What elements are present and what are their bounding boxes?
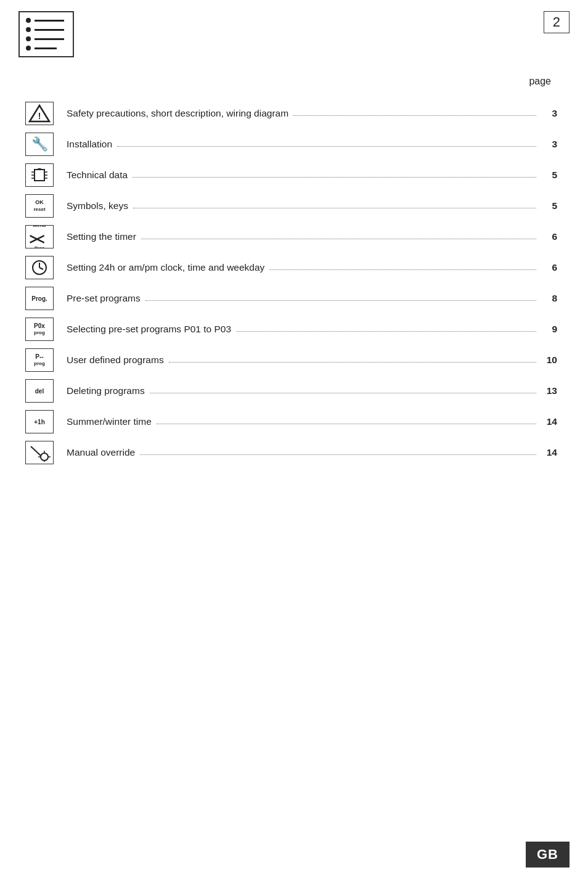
toc-icon-cell (18, 163, 60, 187)
logo-row-4 (26, 46, 57, 51)
logo-row-1 (26, 18, 64, 23)
logo-dot (26, 36, 31, 41)
ok-reset-label: OKreset (33, 199, 45, 213)
logo-line (35, 38, 64, 40)
toc-text: Deleting programs 13 (60, 385, 557, 396)
header: 2 (0, 0, 588, 57)
logo-row-2 (26, 27, 64, 32)
toc-dots (150, 393, 536, 393)
wrench-icon: 🔧 (25, 133, 54, 156)
toc-icon-cell: Prog. (18, 287, 60, 310)
toc-icon-cell: ! (18, 102, 60, 125)
svg-point-16 (41, 453, 48, 461)
chip-icon (25, 163, 54, 187)
page-number: 2 (544, 11, 570, 33)
toc-row: Prog. Pre-set programs 8 (18, 283, 557, 314)
toc-text: Manual override 14 (60, 447, 557, 458)
toc-row: +1h Summer/winter time 14 (18, 406, 557, 437)
toc-dots (117, 146, 536, 147)
logo-line (35, 20, 64, 22)
pdash-prog-label: P-- prog (34, 353, 45, 367)
toc-icon-cell: OKreset (18, 194, 60, 218)
toc-dots (140, 454, 536, 455)
logo-dot (26, 46, 31, 51)
toc-text: Selecting pre-set programs P01 to P03 9 (60, 324, 557, 335)
toc-icon-cell: +1h (18, 410, 60, 433)
toc-text: Installation 3 (60, 139, 557, 150)
toc-row: Menu Prog Setting the timer 6 (18, 221, 557, 252)
logo-dot (26, 27, 31, 32)
p0x-prog-icon: P0x prog (25, 318, 54, 341)
toc-row: Manual override 14 (18, 437, 557, 468)
toc-dots (133, 208, 536, 208)
toc-text: Pre-set programs 8 (60, 293, 557, 304)
toc-dots (169, 362, 536, 363)
manual-override-icon (25, 441, 54, 464)
toc-icon-cell: P-- prog (18, 348, 60, 372)
toc-dots (145, 300, 536, 301)
toc-icon-cell: del (18, 379, 60, 403)
svg-line-14 (39, 268, 43, 269)
toc-dots (141, 239, 536, 239)
toc-dots (157, 424, 536, 424)
toc-list: ! Safety precautions, short description,… (18, 98, 557, 468)
svg-rect-3 (35, 170, 44, 181)
toc-dots (133, 177, 536, 178)
logo-line-short (35, 47, 57, 49)
plus1h-label: +1h (34, 419, 45, 425)
toc-row: P-- prog User defined programs 10 (18, 345, 557, 375)
page-label: page (18, 76, 557, 87)
toc-icon-cell: 🔧 (18, 133, 60, 156)
plus1h-icon: +1h (25, 410, 54, 433)
toc-icon-cell: P0x prog (18, 318, 60, 341)
toc-row: 🔧 Installation 3 (18, 129, 557, 160)
toc-row: del Deleting programs 13 (18, 375, 557, 406)
p0x-prog-label: P0x prog (34, 322, 45, 336)
toc-row: OKreset Symbols, keys 5 (18, 191, 557, 221)
warning-icon: ! (25, 102, 54, 125)
logo-row-3 (26, 36, 64, 41)
toc-text: Setting 24h or am/pm clock, time and wee… (60, 262, 557, 273)
del-icon: del (25, 379, 54, 403)
del-label: del (35, 388, 44, 395)
toc-row: ! Safety precautions, short description,… (18, 98, 557, 129)
toc-icon-cell (18, 441, 60, 464)
toc-icon-cell: Menu Prog (18, 225, 60, 248)
menu-prog-icon: Menu Prog (25, 225, 54, 248)
toc-text: Setting the timer 6 (60, 231, 557, 242)
logo-line (35, 29, 64, 31)
content: page ! Safety precautions, short descrip… (0, 76, 588, 468)
toc-row: Technical data 5 (18, 160, 557, 191)
toc-row: Setting 24h or am/pm clock, time and wee… (18, 252, 557, 283)
ok-reset-icon: OKreset (25, 194, 54, 218)
toc-text: Symbols, keys 5 (60, 200, 557, 211)
pdash-prog-icon: P-- prog (25, 348, 54, 372)
toc-row: P0x prog Selecting pre-set programs P01 … (18, 314, 557, 345)
clock-icon (25, 256, 54, 279)
toc-text: Summer/winter time 14 (60, 416, 557, 427)
svg-text:!: ! (38, 111, 41, 121)
toc-text: Technical data 5 (60, 170, 557, 181)
prog-icon: Prog. (25, 287, 54, 310)
toc-icon-cell (18, 256, 60, 279)
logo-dot (26, 18, 31, 23)
toc-text: Safety precautions, short description, w… (60, 108, 557, 119)
prog-label: Prog. (31, 295, 47, 302)
toc-dots (269, 269, 536, 270)
toc-dots (236, 331, 536, 332)
gb-badge: GB (526, 842, 570, 868)
svg-text:🔧: 🔧 (31, 136, 49, 152)
header-logo (18, 11, 74, 57)
menu-prog-label: Menu Prog (28, 225, 51, 248)
toc-text: User defined programs 10 (60, 355, 557, 366)
toc-dots (293, 115, 536, 116)
svg-line-15 (31, 446, 41, 456)
